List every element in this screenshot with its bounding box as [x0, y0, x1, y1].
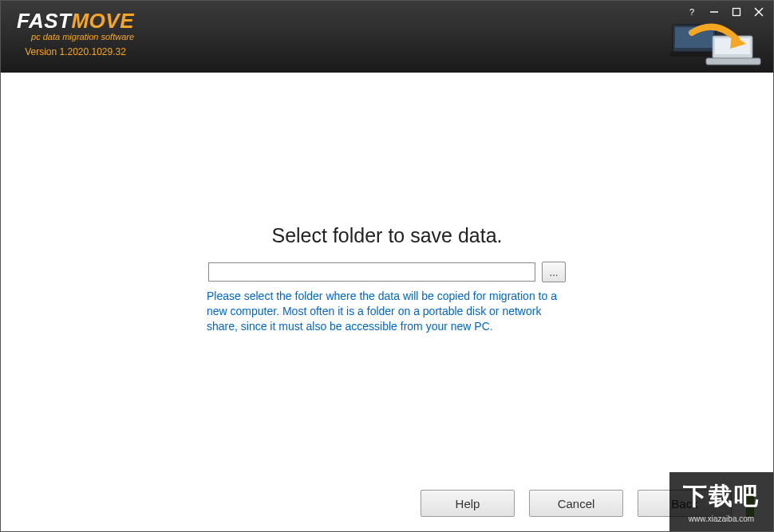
svg-rect-2	[733, 9, 740, 16]
help-icon[interactable]: ?	[685, 6, 698, 18]
svg-rect-7	[669, 52, 719, 57]
brand-block: FASTMOVE pc data migration software Vers…	[17, 9, 134, 57]
page-heading: Select folder to save data.	[188, 224, 586, 247]
footer-buttons: Help Cancel Back	[421, 490, 754, 517]
main-content: Select folder to save data. ... Please s…	[1, 73, 773, 531]
logo-tagline: pc data migration software	[17, 32, 134, 41]
cancel-button[interactable]: Cancel	[529, 490, 623, 517]
svg-rect-10	[706, 58, 760, 65]
help-button[interactable]: Help	[421, 490, 515, 517]
window-controls: ?	[685, 4, 768, 23]
version-label: Version 1.2020.1029.32	[17, 46, 134, 57]
folder-input-row: ...	[188, 262, 586, 282]
next-button-edge[interactable]	[746, 490, 754, 517]
maximize-icon[interactable]	[730, 6, 743, 18]
close-icon[interactable]	[752, 6, 765, 18]
folder-select-panel: Select folder to save data. ... Please s…	[188, 224, 586, 334]
migration-illustration-icon	[668, 22, 764, 71]
hint-text: Please select the folder where the data …	[207, 289, 574, 334]
header-right: ?	[668, 4, 768, 71]
logo-text-fast: FAST	[17, 9, 71, 33]
browse-button[interactable]: ...	[542, 262, 566, 282]
back-button[interactable]: Back	[638, 490, 732, 517]
svg-text:?: ?	[689, 7, 694, 17]
app-logo: FASTMOVE	[17, 9, 134, 33]
app-window: FASTMOVE pc data migration software Vers…	[0, 0, 774, 532]
folder-path-input[interactable]	[208, 262, 535, 282]
title-bar: FASTMOVE pc data migration software Vers…	[1, 1, 773, 73]
logo-text-move: MOVE	[71, 9, 134, 33]
minimize-icon[interactable]	[708, 6, 721, 18]
